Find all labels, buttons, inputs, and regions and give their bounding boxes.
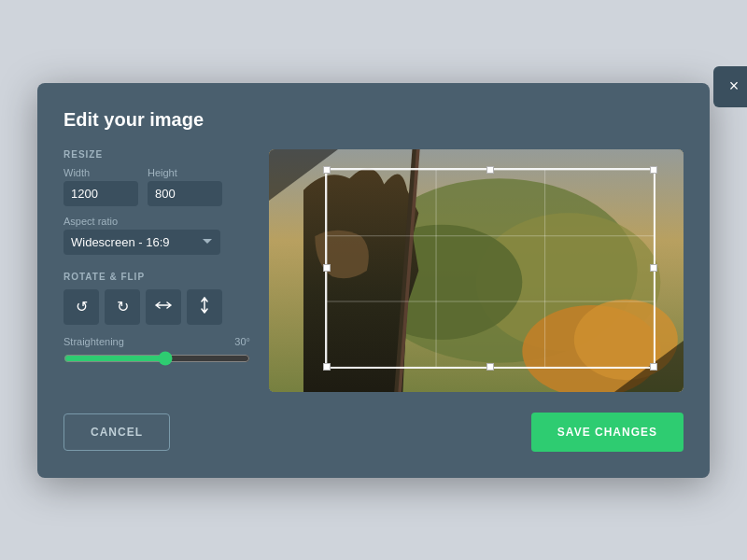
close-button[interactable]: × [713, 66, 747, 107]
modal-overlay: × Edit your image RESIZE Width Height [0, 0, 747, 560]
straighten-value: 30° [234, 336, 250, 347]
resize-fields: Width Height [63, 167, 250, 206]
flip-h-icon [155, 299, 172, 315]
height-input[interactable] [148, 181, 222, 206]
rotate-right-button[interactable]: ↻ [105, 289, 140, 325]
aspect-ratio-select[interactable]: Widescreen - 16:9 Standard - 4:3 Square … [63, 230, 220, 255]
image-preview-panel [269, 149, 684, 392]
rotate-right-icon: ↻ [117, 298, 129, 315]
width-label: Width [63, 167, 138, 178]
close-icon: × [729, 77, 740, 96]
cancel-label: CANCEL [91, 426, 143, 439]
cancel-button[interactable]: CANCEL [63, 413, 170, 451]
height-label: Height [148, 167, 222, 178]
left-panel: RESIZE Width Height Aspect ratio [63, 149, 250, 392]
width-field-group: Width [63, 167, 138, 206]
rotate-section: ROTATE & FLIP ↺ ↻ [63, 272, 250, 366]
rotate-left-icon: ↺ [76, 298, 88, 315]
flip-vertical-button[interactable] [187, 289, 222, 325]
rotate-left-button[interactable]: ↺ [63, 289, 99, 325]
modal-footer: CANCEL SAVE CHANGES [63, 413, 684, 452]
modal-title: Edit your image [63, 109, 684, 131]
aspect-ratio-label: Aspect ratio [63, 216, 250, 227]
flip-horizontal-button[interactable] [146, 289, 181, 325]
game-image [269, 149, 684, 392]
rotate-buttons: ↺ ↻ [63, 289, 250, 325]
flip-v-icon [198, 297, 211, 317]
modal-body: RESIZE Width Height Aspect ratio [63, 149, 684, 392]
straighten-label: Straightening [63, 336, 124, 347]
straighten-row: Straightening 30° [63, 336, 250, 366]
straighten-header: Straightening 30° [63, 336, 250, 347]
rotate-section-label: ROTATE & FLIP [63, 272, 250, 282]
save-label: SAVE CHANGES [557, 426, 657, 439]
svg-point-5 [574, 299, 678, 379]
resize-section: RESIZE Width Height Aspect ratio [63, 149, 250, 255]
straighten-slider[interactable] [63, 351, 250, 366]
save-changes-button[interactable]: SAVE CHANGES [531, 413, 684, 452]
resize-section-label: RESIZE [63, 149, 250, 160]
edit-image-modal: × Edit your image RESIZE Width Height [37, 83, 710, 478]
height-field-group: Height [148, 167, 222, 206]
aspect-ratio-group: Aspect ratio Widescreen - 16:9 Standard … [63, 216, 250, 255]
width-input[interactable] [63, 181, 138, 206]
image-canvas [269, 149, 684, 392]
